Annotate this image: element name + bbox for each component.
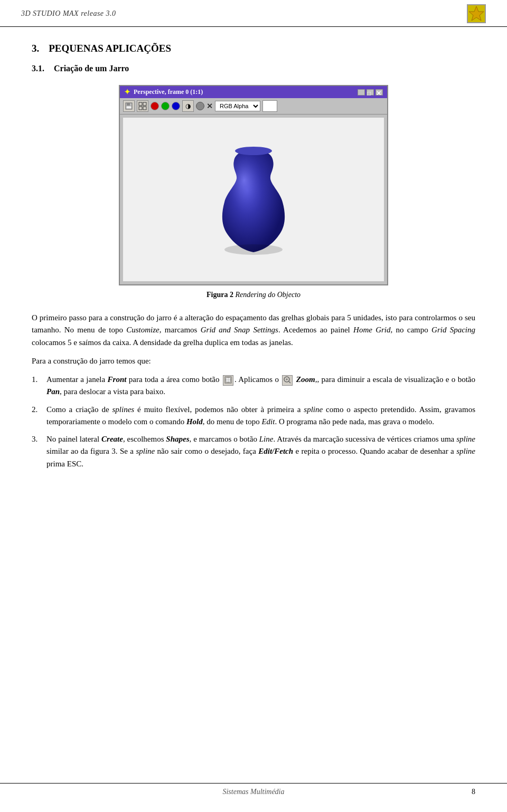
svg-rect-6 xyxy=(139,107,142,110)
svg-point-8 xyxy=(235,147,272,155)
green-circle-button[interactable] xyxy=(161,102,170,110)
red-circle-button[interactable] xyxy=(151,102,159,110)
viewport-titlebar: ✦ Perspective, frame 0 (1:1) □ ✕ xyxy=(120,86,387,98)
zoom-extents-icon xyxy=(223,375,233,386)
viewport-window: ✦ Perspective, frame 0 (1:1) □ ✕ xyxy=(119,85,388,285)
channel-select[interactable]: RGB Alpha xyxy=(215,101,260,111)
footer-text: Sistemas Multimédia xyxy=(222,788,284,796)
viewport-title: Perspective, frame 0 (1:1) xyxy=(134,88,203,96)
vase-svg xyxy=(211,139,296,260)
gray-circle-button[interactable] xyxy=(196,102,204,110)
svg-marker-0 xyxy=(469,6,484,21)
page-footer: Sistemas Multimédia xyxy=(0,783,507,796)
paragraph-1: O primeiro passo para a construção do ja… xyxy=(32,312,475,349)
paragraph-2: Para a construção do jarro temos que: xyxy=(32,355,475,367)
item-2-text: Como a criação de splines é muito flexív… xyxy=(46,404,475,428)
blue-circle-button[interactable] xyxy=(172,102,180,110)
zoom-icon xyxy=(282,375,293,386)
save-button[interactable] xyxy=(123,100,135,112)
item-3-number: 3. xyxy=(32,433,46,470)
grid-button[interactable] xyxy=(137,100,148,112)
viewport-toolbar: ◑ ✕ RGB Alpha xyxy=(120,98,387,114)
svg-point-9 xyxy=(224,244,283,255)
header-title: 3D STUDIO MAX release 3.0 xyxy=(21,9,116,18)
close-x-icon[interactable]: ✕ xyxy=(206,102,213,111)
page-number: 8 xyxy=(472,788,475,796)
svg-rect-4 xyxy=(139,102,142,106)
section-31-heading: 3.1.Criação de um Jarro xyxy=(32,64,475,73)
item-3-text: No painel lateral Create, escolhemos Sha… xyxy=(46,433,475,470)
white-preview-box xyxy=(262,100,277,112)
figure-2-container: ✦ Perspective, frame 0 (1:1) □ ✕ xyxy=(32,85,475,299)
svg-rect-5 xyxy=(143,102,146,106)
item-1-text: Aumentar a janela Front para toda a área… xyxy=(46,374,475,398)
svg-rect-3 xyxy=(126,106,132,109)
item-2-number: 2. xyxy=(32,404,46,428)
section-3-heading: 3.PEQUENAS APLICAÇÕES xyxy=(32,43,475,54)
item-1-number: 1. xyxy=(32,374,46,398)
page-header: 3D STUDIO MAX release 3.0 xyxy=(0,0,507,27)
content-area: 3.PEQUENAS APLICAÇÕES 3.1.Criação de um … xyxy=(0,27,507,507)
svg-rect-2 xyxy=(127,103,130,106)
list-item-3: 3. No painel lateral Create, escolhemos … xyxy=(32,433,475,470)
contrast-button[interactable]: ◑ xyxy=(182,100,194,112)
svg-line-15 xyxy=(289,381,290,383)
list-item-2: 2. Como a criação de splines é muito fle… xyxy=(32,404,475,428)
list-item-1: 1. Aumentar a janela Front para toda a á… xyxy=(32,374,475,398)
figure-caption: Figura 2 Rendering do Objecto xyxy=(206,291,301,299)
viewport-canvas xyxy=(123,118,384,281)
titlebar-star-icon: ✦ xyxy=(124,88,130,97)
svg-rect-7 xyxy=(143,107,146,110)
header-icon xyxy=(467,4,486,23)
